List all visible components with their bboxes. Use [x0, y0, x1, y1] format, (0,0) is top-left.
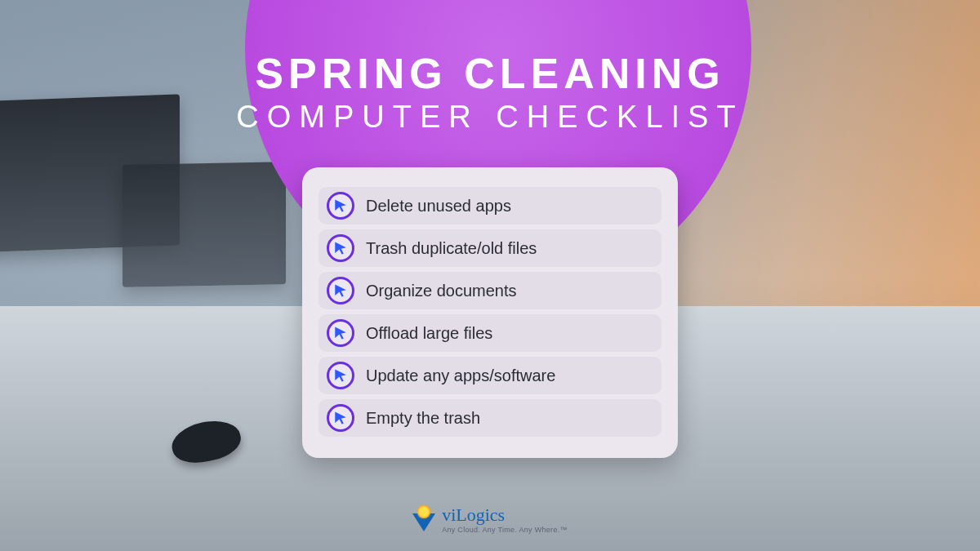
checklist-item-label: Offload large files [366, 324, 492, 343]
checklist-item-label: Update any apps/software [366, 367, 555, 385]
cursor-icon [327, 404, 354, 432]
subtitle: COMPUTER CHECKLIST [0, 100, 980, 135]
checklist-item: Trash duplicate/old files [318, 229, 662, 267]
cursor-icon [327, 234, 354, 262]
checklist-item-label: Organize documents [366, 282, 517, 300]
brand-mark-icon [412, 509, 435, 531]
checklist-card: Delete unused apps Trash duplicate/old f… [302, 167, 678, 458]
checklist-item: Update any apps/software [318, 357, 662, 394]
brand-logo: viLogics Any Cloud. Any Time. Any Where.… [412, 506, 568, 534]
footer: viLogics Any Cloud. Any Time. Any Where.… [0, 506, 980, 535]
cursor-icon [327, 192, 354, 220]
checklist-item: Delete unused apps [318, 187, 662, 224]
checklist-item: Offload large files [318, 314, 662, 352]
brand-name: viLogics [442, 506, 505, 524]
cursor-icon [327, 319, 354, 347]
heading-block: SPRING CLEANING COMPUTER CHECKLIST [0, 49, 980, 135]
checklist-item-label: Empty the trash [366, 409, 480, 428]
brand-text: viLogics Any Cloud. Any Time. Any Where.… [442, 506, 568, 534]
checklist-item-label: Delete unused apps [366, 197, 511, 216]
main-title: SPRING CLEANING [0, 49, 980, 98]
checklist-item: Organize documents [318, 272, 662, 309]
checklist-item: Empty the trash [318, 399, 662, 437]
cursor-icon [327, 277, 354, 304]
background-monitor [122, 162, 286, 287]
graphic-stage: SPRING CLEANING COMPUTER CHECKLIST Delet… [0, 0, 980, 551]
brand-tagline: Any Cloud. Any Time. Any Where.™ [442, 527, 568, 534]
checklist-item-label: Trash duplicate/old files [366, 239, 537, 258]
cursor-icon [327, 362, 354, 389]
